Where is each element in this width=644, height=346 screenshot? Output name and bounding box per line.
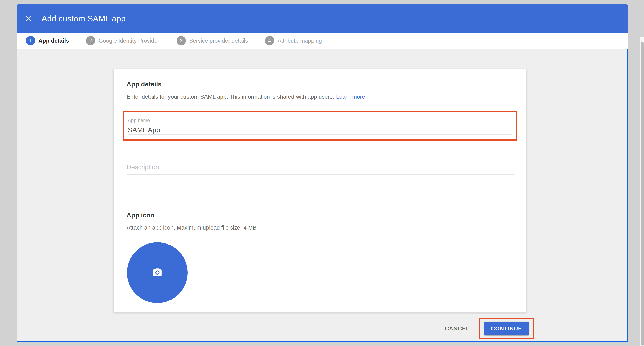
continue-button-highlight: CONTINUE [478, 318, 534, 339]
step-1-badge: 1 [26, 36, 35, 45]
description-placeholder: Description [126, 163, 159, 171]
close-button[interactable] [24, 14, 34, 24]
step-1-label: App details [38, 38, 69, 44]
step-separator: — [254, 38, 259, 44]
app-name-label: App name [128, 117, 150, 123]
app-icon-subtitle: Attach an app icon. Maximum upload file … [126, 225, 257, 231]
description-underline [126, 174, 514, 175]
app-name-field[interactable]: App name SAML App [122, 111, 518, 141]
dialog-title: Add custom SAML app [42, 14, 126, 23]
app-name-value: SAML App [128, 126, 160, 134]
step-attribute-mapping: 4 Attribute mapping [265, 36, 322, 45]
continue-button[interactable]: CONTINUE [484, 322, 529, 335]
scrollbar-thumb[interactable] [640, 42, 644, 345]
step-4-label: Attribute mapping [278, 38, 322, 44]
app-icon-upload-button[interactable] [127, 242, 188, 303]
step-google-idp-details: 2 Google Identity Provider details [86, 36, 160, 45]
app-details-card: App details Enter details for your custo… [113, 69, 527, 313]
description-field[interactable]: Description [126, 163, 514, 175]
add-custom-saml-app-dialog: Add custom SAML app 1 App details — 2 Go… [16, 5, 628, 341]
scrollbar-track [640, 37, 644, 346]
section-description-text: Enter details for your custom SAML app. … [126, 94, 334, 100]
section-title: App details [126, 81, 162, 88]
step-app-details[interactable]: 1 App details [26, 36, 69, 45]
dialog-actions: CANCEL CONTINUE [113, 316, 528, 341]
content-area: App details Enter details for your custo… [16, 49, 628, 341]
step-3-label: Service provider details [189, 38, 248, 44]
step-service-provider-details: 3 Service provider details [176, 36, 248, 45]
step-separator: — [75, 38, 80, 44]
app-icon-title: App icon [126, 212, 154, 219]
step-4-badge: 4 [265, 36, 274, 45]
camera-icon [152, 268, 162, 278]
step-2-badge: 2 [86, 36, 95, 45]
section-description: Enter details for your custom SAML app. … [126, 94, 365, 100]
page-background: Add custom SAML app 1 App details — 2 Go… [0, 0, 644, 346]
cancel-button[interactable]: CANCEL [442, 322, 473, 335]
step-separator: — [165, 38, 171, 44]
app-name-underline [128, 134, 512, 134]
learn-more-link[interactable]: Learn more [336, 94, 365, 100]
dialog-header: Add custom SAML app [16, 5, 628, 33]
step-3-badge: 3 [176, 36, 186, 45]
step-2-label: Google Identity Provider details [98, 38, 160, 44]
close-icon [26, 16, 32, 22]
wizard-stepper: 1 App details — 2 Google Identity Provid… [16, 33, 628, 49]
